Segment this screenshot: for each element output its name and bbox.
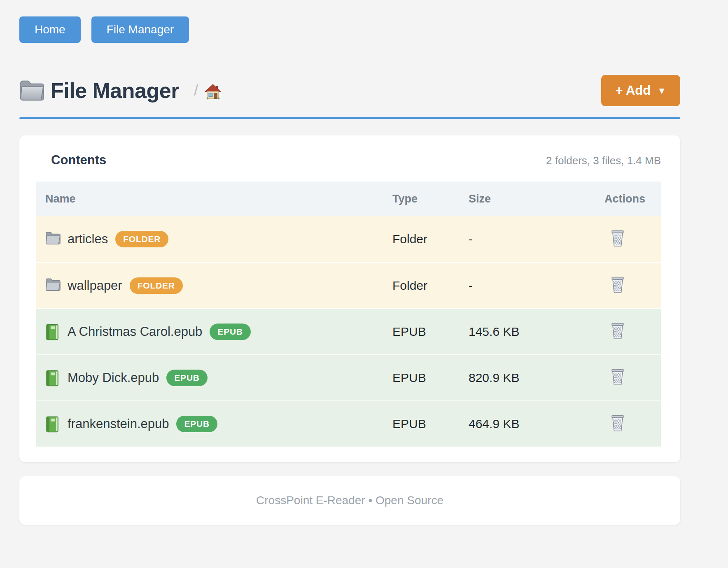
file-name: Moby Dick.epub — [68, 370, 159, 385]
page-header: File Manager / + Add ▼ — [19, 75, 680, 106]
add-button[interactable]: + Add ▼ — [601, 75, 680, 106]
folder-icon — [45, 231, 61, 247]
folder-icon — [45, 278, 61, 293]
file-type: EPUB — [392, 371, 469, 385]
trash-icon — [609, 368, 626, 387]
file-type: EPUB — [392, 417, 469, 431]
footer-text: CrossPoint E-Reader • Open Source — [256, 494, 443, 507]
contents-card: Contents 2 folders, 3 files, 1.4 MB Name… — [19, 135, 680, 462]
file-manager-page: Home File Manager File Manager / — [0, 0, 728, 525]
contents-title: Contents — [51, 153, 106, 168]
name-cell: frankenstein.epub EPUB — [36, 416, 392, 432]
book-icon — [45, 370, 61, 386]
title-group: File Manager / — [19, 78, 221, 103]
actions-cell — [604, 321, 661, 342]
column-header-type: Type — [392, 193, 469, 205]
nav-home-button[interactable]: Home — [19, 16, 81, 43]
column-header-size: Size — [469, 193, 604, 205]
nav-file-manager-button[interactable]: File Manager — [91, 16, 189, 43]
file-type-badge: FOLDER — [130, 277, 183, 294]
file-name: wallpaper — [68, 278, 122, 293]
trash-icon — [609, 229, 626, 248]
file-type: EPUB — [392, 325, 469, 339]
name-cell: wallpaper FOLDER — [36, 277, 392, 294]
file-size: 464.9 KB — [469, 417, 604, 431]
file-name: frankenstein.epub — [68, 417, 169, 431]
file-type-badge: EPUB — [210, 324, 251, 340]
page-title: File Manager — [51, 78, 179, 103]
breadcrumb-separator: / — [194, 82, 198, 99]
column-header-actions: Actions — [604, 193, 661, 205]
trash-icon — [609, 275, 626, 295]
table-row[interactable]: Moby Dick.epub EPUB EPUB 820.9 KB — [36, 354, 661, 400]
name-cell: A Christmas Carol.epub EPUB — [36, 324, 392, 340]
caret-down-icon: ▼ — [657, 86, 666, 96]
book-icon — [45, 416, 61, 432]
trash-icon — [609, 414, 626, 433]
actions-cell — [604, 414, 661, 435]
contents-card-header: Contents 2 folders, 3 files, 1.4 MB — [36, 153, 661, 168]
file-type-badge: EPUB — [176, 416, 217, 432]
add-button-label: + Add — [615, 83, 651, 98]
file-type: Folder — [392, 279, 469, 293]
table-row[interactable]: A Christmas Carol.epub EPUB EPUB 145.6 K… — [36, 308, 661, 354]
file-size: 820.9 KB — [469, 371, 604, 385]
delete-button[interactable] — [609, 368, 626, 387]
file-type: Folder — [392, 232, 469, 246]
file-size: - — [469, 232, 604, 246]
file-table: Name Type Size Actions articles FOLDER F… — [36, 182, 661, 447]
table-row[interactable]: frankenstein.epub EPUB EPUB 464.9 KB — [36, 400, 661, 447]
table-header-row: Name Type Size Actions — [36, 182, 661, 216]
delete-button[interactable] — [609, 414, 626, 433]
contents-summary: 2 folders, 3 files, 1.4 MB — [546, 154, 661, 167]
trash-icon — [609, 321, 626, 341]
file-name: articles — [68, 232, 108, 247]
actions-cell — [604, 275, 661, 296]
actions-cell — [604, 229, 661, 250]
house-icon[interactable] — [205, 84, 221, 100]
table-body: articles FOLDER Folder - wallpaper FOLDE… — [36, 216, 661, 447]
table-row[interactable]: articles FOLDER Folder - — [36, 216, 661, 262]
header-divider — [19, 117, 680, 119]
delete-button[interactable] — [609, 229, 626, 248]
folder-icon — [19, 79, 45, 102]
file-size: 145.6 KB — [469, 325, 604, 339]
table-row[interactable]: wallpaper FOLDER Folder - — [36, 262, 661, 308]
file-type-badge: EPUB — [166, 370, 208, 386]
delete-button[interactable] — [609, 321, 626, 341]
delete-button[interactable] — [609, 275, 626, 295]
name-cell: Moby Dick.epub EPUB — [36, 370, 392, 386]
file-name: A Christmas Carol.epub — [68, 324, 202, 339]
actions-cell — [604, 368, 661, 389]
name-cell: articles FOLDER — [36, 231, 392, 247]
file-size: - — [469, 279, 604, 293]
book-icon — [45, 324, 61, 340]
column-header-name: Name — [36, 193, 392, 205]
file-type-badge: FOLDER — [115, 231, 168, 247]
footer: CrossPoint E-Reader • Open Source — [19, 476, 680, 525]
top-navigation: Home File Manager — [19, 16, 680, 43]
